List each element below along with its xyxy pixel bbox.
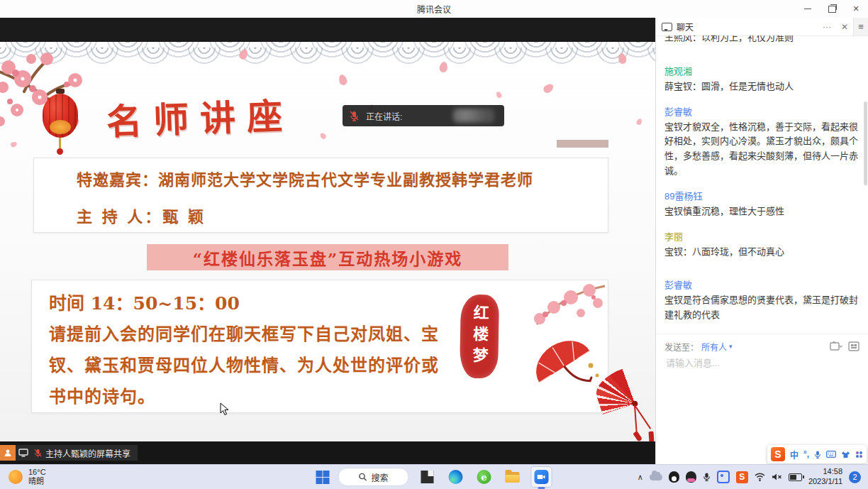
mouse-cursor bbox=[220, 402, 229, 416]
chat-more-button[interactable]: ··· bbox=[818, 22, 836, 32]
popout-chat-icon[interactable] bbox=[830, 341, 842, 351]
red-seal-stamp: 红楼梦 bbox=[460, 295, 499, 379]
taskbar-weather-widget[interactable]: 16°C 晴朗 bbox=[9, 468, 46, 486]
start-button[interactable] bbox=[316, 471, 330, 484]
red-lantern-decoration bbox=[43, 89, 78, 157]
folder-icon bbox=[506, 472, 520, 483]
search-icon bbox=[358, 473, 367, 481]
app-icon bbox=[421, 471, 434, 483]
taskbar-search[interactable]: 搜索 bbox=[338, 468, 409, 486]
notification-badge[interactable]: 2 bbox=[849, 471, 861, 483]
message-sender: 彭睿敏 bbox=[664, 278, 859, 291]
chat-title: 聊天 bbox=[677, 21, 818, 33]
keyboard-icon[interactable] bbox=[826, 451, 836, 458]
chat-close-button[interactable]: ✕ bbox=[836, 22, 853, 32]
meeting-tray-icon[interactable] bbox=[717, 471, 730, 483]
message-text: 王熙凤：以利为上，礼仪为准则 bbox=[664, 35, 859, 45]
message-text: 宝钗慎重沉稳，理性大于感性 bbox=[664, 204, 859, 219]
tim-penguin-icon[interactable] bbox=[686, 471, 696, 483]
tray-time: 14:58 bbox=[808, 467, 842, 477]
content: 名师讲座 正在讲话: 特邀嘉宾：湖南师范大学文学院古代文学专业副教授韩学君老师 … bbox=[0, 18, 868, 465]
restore-button[interactable] bbox=[820, 0, 844, 18]
body-line: 钗、黛玉和贾母四位人物性情、为人处世的评价或 bbox=[49, 351, 439, 376]
tray-clock[interactable]: 14:58 2023/1/11 bbox=[808, 467, 842, 487]
browser-360-icon: e bbox=[477, 470, 491, 484]
tencent-meeting-icon bbox=[535, 470, 549, 484]
search-label: 搜索 bbox=[371, 471, 388, 483]
sogou-tray-icon[interactable]: S bbox=[736, 471, 748, 483]
chat-message: 李丽 宝钗：八面玲珑，但不动真心 bbox=[664, 229, 859, 260]
muted-mic-icon bbox=[350, 111, 359, 121]
qq-icon[interactable] bbox=[669, 471, 679, 483]
guest-info-box: 特邀嘉宾：湖南师范大学文学院古代文学专业副教授韩学君老师 主 持 人：甄 颖 bbox=[33, 158, 608, 233]
chat-message-input[interactable] bbox=[664, 357, 859, 369]
message-sender: 89雷杨钰 bbox=[664, 189, 859, 202]
sun-icon bbox=[9, 470, 23, 484]
toolbox-icon[interactable] bbox=[855, 451, 863, 458]
chat-message: 彭睿敏 宝钗才貌双全，性格沉稳，善于交际，看起来很好相处，实则内心冷漠。黛玉才貌… bbox=[664, 104, 859, 179]
taskbar-tray: ∧ S 14:58 2023/1/11 2 bbox=[638, 467, 861, 487]
divider-decoration bbox=[557, 140, 608, 148]
battery-icon[interactable] bbox=[789, 473, 802, 481]
chevron-down-icon[interactable]: ▾ bbox=[729, 343, 733, 350]
seal-text: 红楼梦 bbox=[467, 304, 491, 369]
message-text: 薛宝钗：圆滑，任是无情也动人 bbox=[664, 79, 859, 94]
cloud-icon[interactable] bbox=[650, 474, 662, 480]
presenter-avatar-icon bbox=[0, 445, 16, 461]
message-sender: 李丽 bbox=[664, 229, 859, 243]
chat-menu-button[interactable]: ≡ bbox=[853, 18, 868, 35]
tray-mic-icon[interactable] bbox=[703, 472, 711, 482]
meeting-main-area: 名师讲座 正在讲话: 特邀嘉宾：湖南师范大学文学院古代文学专业副教授韩学君老师 … bbox=[0, 18, 655, 465]
taskbar-app-360[interactable]: e bbox=[474, 467, 494, 487]
muted-mic-icon bbox=[31, 445, 44, 461]
volume-muted-icon[interactable] bbox=[772, 473, 782, 481]
game-banner: “红楼仙乐落玉盘”互动热场小游戏 bbox=[147, 244, 508, 270]
windows-taskbar: 16°C 晴朗 搜索 e ∧ bbox=[0, 464, 868, 489]
send-to-selector[interactable]: 所有人 bbox=[701, 341, 727, 353]
message-text: 宝钗：八面玲珑，但不动真心 bbox=[664, 245, 859, 260]
chat-message-list[interactable]: 王熙凤：以利为上，礼仪为准则 施观湘 薛宝钗：圆滑，任是无情也动人 彭睿敏 宝钗… bbox=[656, 35, 868, 334]
meeting-bottom-toolbar: 主持人甄颖的屏幕共享 bbox=[0, 441, 655, 465]
taskbar-app-edge[interactable] bbox=[446, 467, 466, 487]
window-title: 腾讯会议 bbox=[417, 3, 451, 15]
chat-header: 聊天 ··· ✕ ≡ bbox=[656, 18, 868, 36]
chat-message: 王熙凤：以利为上，礼仪为准则 bbox=[664, 35, 859, 45]
tray-chevron-up-icon[interactable]: ∧ bbox=[638, 473, 643, 482]
time-line: 时间 14：50~15：00 bbox=[49, 289, 240, 314]
chat-scrollbar[interactable] bbox=[864, 101, 867, 185]
screenshot-icon[interactable] bbox=[848, 341, 859, 351]
blossom-corner-decoration bbox=[499, 282, 605, 339]
punctuation-icon[interactable]: °, bbox=[803, 449, 809, 459]
activity-info-box: 时间 14：50~15：00 请提前入会的同学们在聊天框写下自己对凤姐、宝 钗、… bbox=[31, 280, 608, 413]
sogou-input-toolbar[interactable]: S 中 °, bbox=[767, 445, 867, 463]
screen-share-icon bbox=[16, 445, 31, 461]
send-to-row: 发送至： 所有人 ▾ bbox=[656, 339, 868, 354]
taskbar-app-dark[interactable] bbox=[418, 467, 438, 487]
voice-input-icon[interactable] bbox=[814, 450, 821, 459]
minimize-icon bbox=[804, 9, 811, 9]
taskbar-app-meeting-active[interactable] bbox=[531, 466, 552, 488]
speaking-indicator: 正在讲话: bbox=[343, 105, 504, 126]
petal-decoration bbox=[636, 118, 643, 126]
chinese-mode-icon[interactable]: 中 bbox=[790, 449, 799, 461]
sogou-logo-icon[interactable]: S bbox=[771, 447, 785, 461]
speaker-name-blurred bbox=[453, 109, 494, 123]
slide-title: 名师讲座 bbox=[106, 87, 294, 144]
weather-temp: 16°C bbox=[28, 468, 46, 477]
message-sender: 彭睿敏 bbox=[664, 104, 859, 118]
edge-icon bbox=[449, 470, 463, 484]
weather-desc: 晴朗 bbox=[28, 477, 46, 486]
host-line: 主 持 人：甄 颖 bbox=[77, 204, 206, 226]
share-status-chip[interactable]: 主持人甄颖的屏幕共享 bbox=[0, 445, 138, 461]
shared-screen: 名师讲座 正在讲话: 特邀嘉宾：湖南师范大学文学院古代文学专业副教授韩学君老师 … bbox=[0, 42, 655, 441]
close-button[interactable]: ✕ bbox=[844, 0, 868, 18]
skin-icon[interactable] bbox=[841, 451, 850, 458]
share-status-label: 主持人甄颖的屏幕共享 bbox=[45, 447, 130, 459]
taskbar-app-explorer[interactable] bbox=[503, 467, 523, 487]
wifi-icon[interactable] bbox=[755, 473, 765, 481]
chat-bubble-icon bbox=[662, 23, 672, 31]
minimize-button[interactable] bbox=[796, 0, 820, 18]
tray-date: 2023/1/11 bbox=[808, 477, 842, 487]
body-line: 请提前入会的同学们在聊天框写下自己对凤姐、宝 bbox=[49, 320, 439, 345]
message-sender: 施观湘 bbox=[664, 64, 859, 77]
